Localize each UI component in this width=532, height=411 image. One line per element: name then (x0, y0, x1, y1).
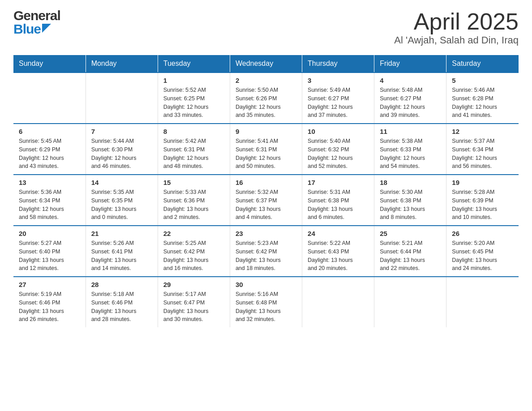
calendar-cell: 13Sunrise: 5:36 AMSunset: 6:34 PMDayligh… (13, 175, 86, 226)
day-info: Sunrise: 5:21 AMSunset: 6:44 PMDaylight:… (380, 239, 441, 273)
calendar-cell (302, 277, 374, 327)
day-info: Sunrise: 5:52 AMSunset: 6:25 PMDaylight:… (163, 86, 224, 120)
day-info: Sunrise: 5:49 AMSunset: 6:27 PMDaylight:… (308, 86, 369, 120)
day-number: 14 (91, 179, 152, 186)
day-info: Sunrise: 5:37 AMSunset: 6:34 PMDaylight:… (452, 137, 513, 171)
logo-text: General Blue (13, 9, 60, 36)
day-info: Sunrise: 5:27 AMSunset: 6:40 PMDaylight:… (19, 239, 80, 273)
day-info: Sunrise: 5:28 AMSunset: 6:39 PMDaylight:… (452, 188, 513, 222)
calendar-cell: 18Sunrise: 5:30 AMSunset: 6:38 PMDayligh… (374, 175, 446, 226)
day-info: Sunrise: 5:41 AMSunset: 6:31 PMDaylight:… (236, 137, 296, 171)
day-info: Sunrise: 5:46 AMSunset: 6:28 PMDaylight:… (452, 86, 513, 120)
calendar-cell: 4Sunrise: 5:48 AMSunset: 6:27 PMDaylight… (374, 73, 446, 124)
calendar-cell: 16Sunrise: 5:32 AMSunset: 6:37 PMDayligh… (230, 175, 302, 226)
calendar-cell: 25Sunrise: 5:21 AMSunset: 6:44 PMDayligh… (374, 226, 446, 277)
calendar-header-friday: Friday (374, 55, 446, 73)
day-number: 23 (236, 230, 296, 237)
page-subtitle: Al 'Awjah, Salah ad Din, Iraq (394, 34, 519, 46)
calendar-cell: 2Sunrise: 5:50 AMSunset: 6:26 PMDaylight… (230, 73, 302, 124)
day-info: Sunrise: 5:40 AMSunset: 6:32 PMDaylight:… (308, 137, 369, 171)
day-number: 16 (236, 179, 296, 186)
day-number: 27 (19, 281, 80, 288)
day-number: 17 (308, 179, 369, 186)
calendar-cell: 7Sunrise: 5:44 AMSunset: 6:30 PMDaylight… (86, 124, 158, 175)
calendar-week-row: 27Sunrise: 5:19 AMSunset: 6:46 PMDayligh… (13, 277, 519, 327)
calendar-cell: 17Sunrise: 5:31 AMSunset: 6:38 PMDayligh… (302, 175, 374, 226)
calendar-cell: 11Sunrise: 5:38 AMSunset: 6:33 PMDayligh… (374, 124, 446, 175)
day-number: 26 (452, 230, 513, 237)
day-info: Sunrise: 5:20 AMSunset: 6:45 PMDaylight:… (452, 239, 513, 273)
day-number: 1 (163, 77, 224, 84)
calendar-header-tuesday: Tuesday (158, 55, 230, 73)
day-number: 30 (236, 281, 296, 288)
day-info: Sunrise: 5:35 AMSunset: 6:35 PMDaylight:… (91, 188, 152, 222)
calendar-cell: 26Sunrise: 5:20 AMSunset: 6:45 PMDayligh… (446, 226, 519, 277)
day-info: Sunrise: 5:19 AMSunset: 6:46 PMDaylight:… (19, 290, 80, 324)
day-number: 19 (452, 179, 513, 186)
day-number: 3 (308, 77, 369, 84)
day-number: 28 (91, 281, 152, 288)
calendar-cell: 27Sunrise: 5:19 AMSunset: 6:46 PMDayligh… (13, 277, 86, 327)
day-info: Sunrise: 5:17 AMSunset: 6:47 PMDaylight:… (163, 290, 224, 324)
calendar-cell: 12Sunrise: 5:37 AMSunset: 6:34 PMDayligh… (446, 124, 519, 175)
page-title: April 2025 (394, 9, 519, 34)
calendar-cell: 21Sunrise: 5:26 AMSunset: 6:41 PMDayligh… (86, 226, 158, 277)
day-number: 12 (452, 128, 513, 135)
day-info: Sunrise: 5:42 AMSunset: 6:31 PMDaylight:… (163, 137, 224, 171)
logo-general: General (13, 9, 60, 22)
calendar-cell (13, 73, 86, 124)
calendar-table: SundayMondayTuesdayWednesdayThursdayFrid… (13, 55, 519, 327)
calendar-header-wednesday: Wednesday (230, 55, 302, 73)
calendar-cell: 1Sunrise: 5:52 AMSunset: 6:25 PMDaylight… (158, 73, 230, 124)
calendar-cell (446, 277, 519, 327)
day-info: Sunrise: 5:38 AMSunset: 6:33 PMDaylight:… (380, 137, 441, 171)
calendar-cell: 10Sunrise: 5:40 AMSunset: 6:32 PMDayligh… (302, 124, 374, 175)
day-number: 15 (163, 179, 224, 186)
calendar-cell: 19Sunrise: 5:28 AMSunset: 6:39 PMDayligh… (446, 175, 519, 226)
calendar-cell (86, 73, 158, 124)
day-number: 24 (308, 230, 369, 237)
day-number: 21 (91, 230, 152, 237)
day-info: Sunrise: 5:45 AMSunset: 6:29 PMDaylight:… (19, 137, 80, 171)
day-number: 22 (163, 230, 224, 237)
day-info: Sunrise: 5:30 AMSunset: 6:38 PMDaylight:… (380, 188, 441, 222)
calendar-header-thursday: Thursday (302, 55, 374, 73)
calendar-week-row: 1Sunrise: 5:52 AMSunset: 6:25 PMDaylight… (13, 73, 519, 124)
day-number: 13 (19, 179, 80, 186)
logo-triangle-icon (42, 24, 51, 34)
day-info: Sunrise: 5:48 AMSunset: 6:27 PMDaylight:… (380, 86, 441, 120)
calendar-cell: 22Sunrise: 5:25 AMSunset: 6:42 PMDayligh… (158, 226, 230, 277)
day-info: Sunrise: 5:44 AMSunset: 6:30 PMDaylight:… (91, 137, 152, 171)
day-info: Sunrise: 5:16 AMSunset: 6:48 PMDaylight:… (236, 290, 296, 324)
calendar-header-saturday: Saturday (446, 55, 519, 73)
svg-marker-0 (42, 24, 51, 33)
day-info: Sunrise: 5:31 AMSunset: 6:38 PMDaylight:… (308, 188, 369, 222)
day-number: 8 (163, 128, 224, 135)
calendar-cell (374, 277, 446, 327)
day-number: 9 (236, 128, 296, 135)
day-info: Sunrise: 5:33 AMSunset: 6:36 PMDaylight:… (163, 188, 224, 222)
day-info: Sunrise: 5:22 AMSunset: 6:43 PMDaylight:… (308, 239, 369, 273)
calendar-cell: 14Sunrise: 5:35 AMSunset: 6:35 PMDayligh… (86, 175, 158, 226)
day-number: 6 (19, 128, 80, 135)
day-number: 20 (19, 230, 80, 237)
calendar-week-row: 20Sunrise: 5:27 AMSunset: 6:40 PMDayligh… (13, 226, 519, 277)
calendar-cell: 9Sunrise: 5:41 AMSunset: 6:31 PMDaylight… (230, 124, 302, 175)
calendar-cell: 3Sunrise: 5:49 AMSunset: 6:27 PMDaylight… (302, 73, 374, 124)
calendar-week-row: 6Sunrise: 5:45 AMSunset: 6:29 PMDaylight… (13, 124, 519, 175)
day-number: 29 (163, 281, 224, 288)
calendar-cell: 20Sunrise: 5:27 AMSunset: 6:40 PMDayligh… (13, 226, 86, 277)
day-info: Sunrise: 5:23 AMSunset: 6:42 PMDaylight:… (236, 239, 296, 273)
day-info: Sunrise: 5:36 AMSunset: 6:34 PMDaylight:… (19, 188, 80, 222)
page-header: General Blue April 2025 Al 'Awjah, Salah… (13, 9, 519, 46)
calendar-cell: 15Sunrise: 5:33 AMSunset: 6:36 PMDayligh… (158, 175, 230, 226)
day-info: Sunrise: 5:25 AMSunset: 6:42 PMDaylight:… (163, 239, 224, 273)
day-number: 5 (452, 77, 513, 84)
day-number: 25 (380, 230, 441, 237)
day-info: Sunrise: 5:26 AMSunset: 6:41 PMDaylight:… (91, 239, 152, 273)
title-area: April 2025 Al 'Awjah, Salah ad Din, Iraq (394, 9, 519, 46)
calendar-header-row: SundayMondayTuesdayWednesdayThursdayFrid… (13, 55, 519, 73)
day-info: Sunrise: 5:18 AMSunset: 6:46 PMDaylight:… (91, 290, 152, 324)
calendar-cell: 29Sunrise: 5:17 AMSunset: 6:47 PMDayligh… (158, 277, 230, 327)
day-number: 11 (380, 128, 441, 135)
